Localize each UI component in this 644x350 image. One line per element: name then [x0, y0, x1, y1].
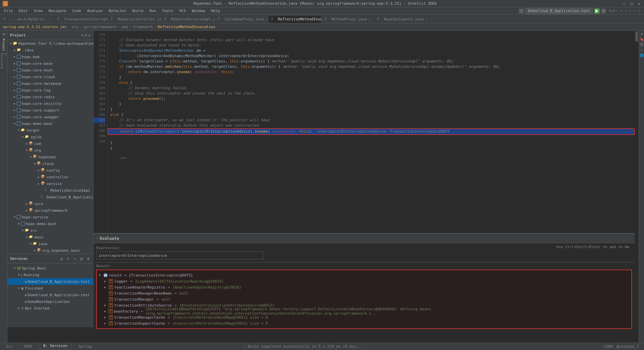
menu-refactor[interactable]: Refactor	[106, 8, 129, 14]
demoboot-application[interactable]: ● DemoBootApplication	[7, 298, 94, 305]
breadcrumb-framework[interactable]: framework	[133, 25, 153, 29]
bottom-tab-spring[interactable]: Spring	[75, 343, 95, 350]
scrollbar-thumb[interactable]	[635, 31, 638, 41]
tab-1[interactable]: J TransactionInterceptor.java ×	[54, 15, 108, 23]
result-row-logger[interactable]: ▶ f logger = {LogAdapter$Slf4jLocationAw…	[99, 278, 629, 284]
tree-hope-demo-boot2[interactable]: ▼ hope-demo-boot	[7, 220, 93, 227]
menu-analyze[interactable]: Analyze	[85, 8, 105, 14]
tree-hope-core-redis[interactable]: ▶ hope-core-redis	[7, 94, 93, 100]
democloudb-app-test-finished[interactable]: ● DemoCloud_B_Application-test	[7, 292, 94, 298]
menu-vcs[interactable]: VCS	[176, 8, 188, 14]
tree-hope-core-swagger[interactable]: ▶ hope-core-swagger	[7, 114, 93, 120]
tree-hope-bom[interactable]: ▶ hope-bom	[7, 53, 93, 60]
breadcrumb-aop[interactable]: aop	[121, 25, 128, 29]
running-group[interactable]: ▼ ▶ Running	[7, 272, 94, 278]
tree-hope-core-security[interactable]: ▶ hope-core-security	[7, 100, 93, 107]
tree-controller[interactable]: ▶ 📦 controller	[7, 174, 93, 180]
bottom-tab-services[interactable]: B: Services	[39, 343, 71, 349]
tree-hope-core-log[interactable]: ▶ hope-core-log	[7, 87, 93, 94]
project-collapse-icon[interactable]: ⊟	[88, 33, 91, 37]
menu-view[interactable]: View	[31, 8, 45, 14]
tree-main[interactable]: ▼ 📁 main	[7, 234, 93, 240]
tree-hope-core-boot[interactable]: ▶ hope-core-boot	[7, 67, 93, 73]
debug-button[interactable]	[601, 8, 606, 14]
tree-cglib[interactable]: ▼ 📁 cglib	[7, 134, 93, 140]
finished-group[interactable]: ▼ ⏹ Finished	[7, 285, 94, 292]
menu-tools[interactable]: Tools	[159, 8, 176, 14]
tree-hope-core-support[interactable]: ▶ hope-core-support	[7, 107, 93, 114]
tree-config[interactable]: ▶ 📦 config	[7, 167, 93, 174]
tab-close-0[interactable]: ×	[49, 17, 51, 21]
menu-edit[interactable]: Edit	[16, 8, 31, 14]
menu-navigate[interactable]: Navigate	[46, 8, 69, 14]
tree-core[interactable]: ▶ 📦 core	[7, 200, 93, 207]
result-row-ts-cache[interactable]: ▶ f transactionSupportCache = {Concurren…	[99, 320, 629, 326]
vtab-structure[interactable]: 2: Structure	[0, 53, 7, 73]
code-content[interactable]: // Evaluate dynamic method matcher here:…	[108, 31, 635, 233]
service-remove-icon[interactable]: −	[72, 256, 77, 261]
tree-root[interactable]: ▼ 📁 Hopehomi-Tool E:\idea-workspace\hope…	[7, 40, 93, 47]
run-button[interactable]	[594, 8, 600, 14]
project-expand-icon[interactable]: ⊞	[85, 33, 87, 37]
bottom-tab-git[interactable]: Git	[3, 343, 16, 350]
service-group-icon[interactable]: ≡	[86, 256, 91, 261]
tab-close-6[interactable]: ×	[369, 17, 371, 21]
tree-cloud[interactable]: ▼ 📦 cloud	[7, 160, 93, 167]
close-button[interactable]: ✕	[637, 1, 641, 6]
tab-2[interactable]: J MybatisController.java ×	[108, 15, 161, 23]
service-filter-icon[interactable]: ⊞	[79, 256, 84, 261]
tree-hope-core-cloud[interactable]: ▶ hope-core-cloud	[7, 73, 93, 80]
breadcrumb-class[interactable]: ReflectiveMethodInvocation	[158, 25, 215, 29]
code-editor[interactable]: 170 171 172 173 174 175 176 177 178 179 …	[94, 31, 635, 233]
breadcrumb-org[interactable]: org	[72, 25, 78, 29]
scrollbar-track[interactable]	[635, 31, 639, 350]
tree-democloudb[interactable]: C DemoCloud_B_Applicati...	[7, 194, 93, 200]
tab-3[interactable]: J MybatisServiceImpl.java ×	[161, 15, 214, 23]
tree-src[interactable]: ▼ 📁 src	[7, 227, 93, 234]
menu-run[interactable]: Run	[147, 8, 159, 14]
service-refresh-icon[interactable]: ↺	[59, 256, 64, 261]
tab-0[interactable]: C ...ancerBySpringCGLIB$$d2eba582.class …	[1, 15, 54, 23]
menu-build[interactable]: Build	[130, 8, 146, 14]
tree-hope-core-base[interactable]: ▶ hope-core-base	[7, 60, 93, 67]
democloudb-app-test-running[interactable]: ● DemoCloud_B_Application-test	[7, 278, 94, 285]
menu-code[interactable]: Code	[69, 8, 84, 14]
web-icon[interactable]: 🌐	[639, 53, 644, 57]
service-add-icon[interactable]: +	[65, 256, 71, 261]
breadcrumb-jar[interactable]: spring-aop-5.3.21-sources.jar	[3, 25, 67, 29]
tab-4[interactable]: J CglibAopProxy.java ×	[214, 15, 268, 23]
menu-file[interactable]: File	[1, 8, 16, 14]
maximize-button[interactable]: □	[629, 1, 634, 6]
tree-hope-demo-boot[interactable]: ▼ hope-demo-boot	[7, 120, 93, 127]
tree-service[interactable]: ▶ 📦 service	[7, 180, 93, 187]
result-row-tm-bean-name[interactable]: f transactionManagerBeanName = null	[99, 290, 629, 296]
tree-target[interactable]: ▼ 📁 target	[7, 127, 93, 134]
expression-input[interactable]	[96, 251, 263, 259]
menu-window[interactable]: Window	[189, 8, 208, 14]
result-row-reactive-adapter[interactable]: ▶ f reactiveAdapterRegistry = {ReactiveA…	[99, 284, 629, 290]
menu-help[interactable]: Help	[208, 8, 223, 14]
tree-org[interactable]: ▼ 📦 org	[7, 147, 93, 154]
minimize-button[interactable]: —	[622, 1, 627, 6]
search-everywhere-icon[interactable]	[519, 9, 524, 13]
tree-hopehomi[interactable]: ▼ 📦 hopehomi	[7, 154, 93, 160]
not-started-group[interactable]: ▼ ⏸ Not Started	[7, 305, 94, 312]
run-config-selector[interactable]: DemoCloud_B_Application-test	[525, 8, 593, 14]
tree-hope-core-database[interactable]: ▶ hope-core-database	[7, 80, 93, 87]
tree-springframework[interactable]: ▶ 📦 springframework	[7, 207, 93, 214]
result-row-tm[interactable]: f transactionManager = null	[99, 296, 629, 302]
result-row-bean-factory[interactable]: ▶ f beanFactory = {DefaultListableBeanFa…	[99, 308, 629, 314]
tab-7[interactable]: J BaseSpiLaunch.java ×	[374, 15, 427, 23]
tab-5[interactable]: J ReflectiveMethodInvocation.java ×	[268, 15, 321, 23]
breadcrumb-springframework[interactable]: springframework	[83, 25, 116, 29]
result-root-row[interactable]: ▼ oo result = {TransactionInterceptor@90…	[99, 272, 629, 278]
bookmarks-icon[interactable]: 🔖	[639, 37, 644, 41]
tab-close-7[interactable]: ×	[426, 17, 428, 21]
tab-6[interactable]: J MethodProxy.java ×	[321, 15, 374, 23]
result-root-arrow[interactable]: ▼	[99, 274, 102, 277]
spring-boot-group[interactable]: ▼ 🌿 Spring Boot	[7, 265, 94, 272]
favorites-icon[interactable]: ★	[639, 47, 644, 52]
tree-com[interactable]: ▶ 📦 com	[7, 140, 93, 147]
tree-java[interactable]: ▼ 📁 java	[7, 240, 93, 247]
vtab-project[interactable]: 1: Project	[0, 32, 7, 52]
